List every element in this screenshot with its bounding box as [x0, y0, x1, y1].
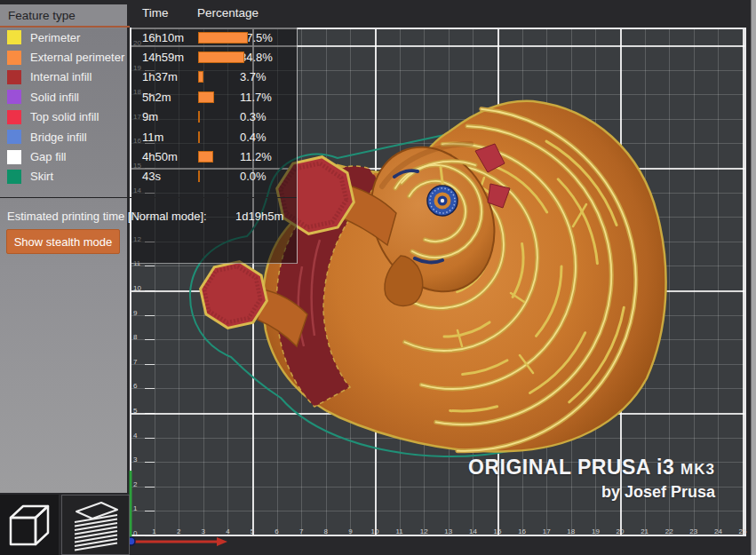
feature-percent-bar [198, 91, 240, 103]
feature-row: Gap fill 4h50m 11.2% [0, 147, 297, 166]
feature-percent-bar [198, 32, 240, 44]
feature-percent: 0.3% [240, 110, 267, 123]
feature-time: 11m [142, 131, 198, 144]
cube-icon [0, 495, 59, 555]
feature-label: Skirt [30, 170, 142, 183]
feature-label: Top solid infill [30, 110, 142, 123]
feature-time: 4h50m [142, 150, 198, 163]
feature-color-swatch [7, 70, 21, 84]
feature-color-swatch [7, 51, 21, 65]
feature-color-swatch [7, 30, 21, 44]
feature-percent: 0.4% [240, 131, 267, 144]
feature-row: Internal infill 1h37m 3.7% [0, 67, 297, 87]
feature-rows: Perimeter 16h10m 37.5% External perimete… [0, 28, 297, 186]
feature-percent-bar [198, 71, 240, 83]
feature-label: Solid infill [30, 91, 142, 104]
feature-percent: 0.0% [240, 170, 267, 183]
feature-percent-bar [198, 170, 240, 182]
bed-byline-text: by Josef Prusa [444, 483, 715, 501]
feature-time: 16h10m [142, 31, 198, 44]
show-stealth-mode-button[interactable]: Show stealth mode [6, 229, 120, 254]
estimated-time-value: 1d19h5m [235, 210, 283, 223]
feature-label: Internal infill [30, 70, 142, 83]
feature-percent-bar [198, 151, 240, 163]
feature-color-swatch [7, 170, 21, 184]
feature-percent: 34.8% [240, 51, 273, 64]
feature-percent-bar [198, 111, 240, 123]
axis-indicator [127, 471, 227, 546]
legend-header: Feature type [0, 4, 127, 26]
axis-indicator-x-arrow [217, 537, 227, 546]
feature-time: 1h37m [142, 70, 198, 83]
feature-time: 43s [142, 170, 198, 183]
feature-percent-bar [198, 52, 240, 63]
feature-percent: 11.7% [240, 91, 272, 104]
feature-label: External perimeter [30, 51, 142, 64]
feature-percent: 11.2% [240, 150, 272, 163]
legend-separator [0, 197, 297, 198]
feature-row: Bridge infill 11m 0.4% [0, 127, 297, 147]
feature-time: 14h59m [142, 51, 198, 64]
bed-brand-text: ORIGINAL PRUSA i3 MK3 [444, 456, 715, 481]
feature-label: Bridge infill [30, 131, 142, 144]
feature-time: 5h2m [142, 91, 198, 104]
feature-row: External perimeter 14h59m 34.8% [0, 47, 297, 67]
bed-brand-model: MK3 [680, 461, 715, 478]
feature-time: 9m [142, 110, 198, 123]
feature-label: Perimeter [30, 31, 142, 44]
feature-percent-bar [198, 131, 240, 143]
feature-row: Solid infill 5h2m 11.7% [0, 87, 297, 107]
feature-color-swatch [7, 90, 21, 104]
feature-row: Skirt 43s 0.0% [0, 167, 297, 186]
layers-icon [62, 496, 129, 554]
bridge-eye [427, 186, 458, 216]
feature-color-swatch [7, 130, 21, 144]
horn-tip-octagon-lower [201, 262, 267, 329]
feature-color-swatch [7, 110, 21, 124]
feature-row: Top solid infill 9m 0.3% [0, 107, 297, 127]
column-header-percentage: Percentage [197, 6, 259, 20]
scrollbar[interactable] [751, 0, 756, 555]
feature-label: Gap fill [30, 150, 142, 163]
layers-view-button[interactable] [61, 495, 130, 555]
feature-percent: 3.7% [240, 70, 267, 83]
feature-color-swatch [7, 150, 21, 164]
bed-branding: ORIGINAL PRUSA i3 MK3 by Josef Prusa [444, 456, 715, 501]
column-header-time: Time [142, 6, 169, 20]
feature-row: Perimeter 16h10m 37.5% [0, 28, 297, 47]
view-3d-button[interactable] [0, 495, 59, 555]
estimated-time-label: Estimated printing time [Normal mode]: [7, 210, 207, 223]
